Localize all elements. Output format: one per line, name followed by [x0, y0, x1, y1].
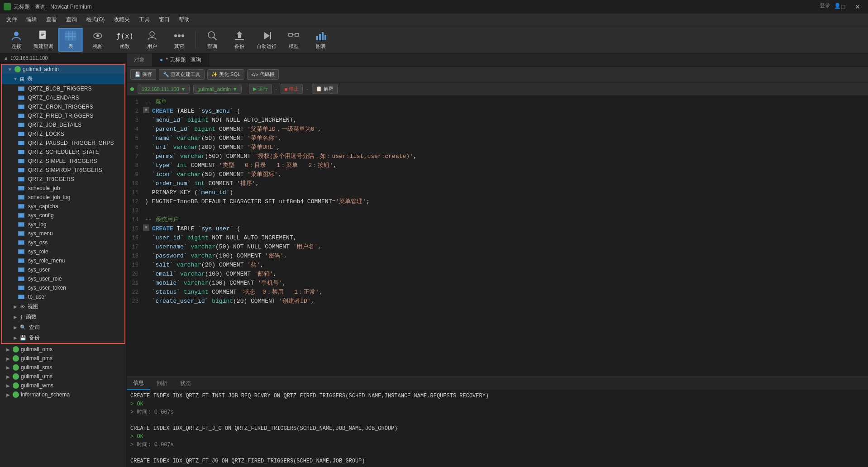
sidebar-item-tables[interactable]: ▼ ⊞ 表 [2, 74, 124, 84]
sidebar-table-tb-user[interactable]: tb_user [2, 292, 124, 301]
sidebar-item-queries[interactable]: ▶ 🔍 查询 [2, 322, 124, 333]
sidebar-db-gulimall-sms[interactable]: ▶ gulimall_sms [0, 363, 126, 372]
stop-button[interactable]: ■ 停止 [281, 84, 303, 94]
sidebar-table-sys-config[interactable]: sys_config [2, 211, 124, 220]
line-9: 9 `icon` varchar(50) COMMENT '菜单图标', [127, 170, 868, 179]
sidebar-table-qrtz-triggers[interactable]: QRTZ_TRIGGERS [2, 175, 124, 184]
save-button[interactable]: 💾 保存 [130, 69, 156, 80]
toolbar-other[interactable]: 其它 [167, 28, 192, 52]
line-23: 23 `create_user_id` bigint(20) COMMENT '… [127, 297, 868, 306]
menu-help[interactable]: 帮助 [174, 14, 194, 25]
sidebar-table-sys-oss[interactable]: sys_oss [2, 238, 124, 247]
menu-format[interactable]: 格式(O) [81, 14, 109, 25]
result-blank-2 [130, 449, 864, 457]
database-select[interactable]: gulimall_admin ▼ [193, 85, 241, 94]
menu-tools[interactable]: 工具 [134, 14, 154, 25]
sidebar-table-sys-log[interactable]: sys_log [2, 220, 124, 229]
sidebar-table-qrtz-cron[interactable]: QRTZ_CRON_TRIGGERS [2, 102, 124, 111]
sidebar-table-sys-user-role[interactable]: sys_user_role [2, 274, 124, 283]
sidebar-table-sys-menu[interactable]: sys_menu [2, 229, 124, 238]
sidebar-table-schedule-job-log[interactable]: schedule_job_log [2, 193, 124, 202]
toolbar-connect[interactable]: 连接 [4, 28, 29, 52]
sidebar-table-qrtz-fired[interactable]: QRTZ_FIRED_TRIGGERS [2, 111, 124, 120]
sidebar-table-schedule-job[interactable]: schedule_job [2, 184, 124, 193]
login-label[interactable]: 登录 [820, 2, 830, 10]
menu-query[interactable]: 查询 [62, 14, 81, 25]
editor-area: 1 -- 菜单 2 ■ CREATE TABLE `sys_menu` ( 3 … [127, 96, 868, 467]
tab-status[interactable]: 状态 [174, 377, 197, 390]
line-content-3: `menu_id` bigint NOT NULL AUTO_INCREMENT… [143, 116, 868, 125]
toolbar-function[interactable]: ƒ(x) 函数 [112, 28, 138, 52]
explain-button[interactable]: 📋 解释 [312, 84, 338, 94]
app-icon [4, 3, 11, 10]
table-row-icon [18, 150, 24, 154]
connection-select[interactable]: 192.168.111.100 ▼ [138, 85, 190, 94]
line-num-3: 3 [127, 116, 143, 125]
menu-favorites[interactable]: 收藏夹 [109, 14, 134, 25]
toolbar-view[interactable]: 视图 [85, 28, 110, 52]
menu-edit[interactable]: 编辑 [22, 14, 42, 25]
backup-label: 备份 [234, 43, 244, 50]
code-editor[interactable]: 1 -- 菜单 2 ■ CREATE TABLE `sys_menu` ( 3 … [127, 96, 868, 376]
line-content-22: `status` tinyint COMMENT '状态 0：禁用 1：正常', [143, 288, 868, 297]
close-button[interactable]: ✕ [851, 0, 864, 14]
table-row-icon [18, 177, 24, 181]
code-segment-button[interactable]: </> 代码段 [247, 69, 279, 80]
line-content-23: `create_user_id` bigint(20) COMMENT '创建者… [143, 297, 868, 306]
toolbar-backup[interactable]: 备份 [227, 28, 252, 52]
beautify-button[interactable]: ✨ 美化 SQL [207, 69, 244, 80]
sidebar-db-gulimall-wms[interactable]: ▶ gulimall_wms [0, 381, 126, 390]
sidebar-item-functions[interactable]: ▶ ƒ 函数 [2, 312, 124, 322]
toolbar-user[interactable]: 用户 [139, 28, 165, 52]
fold-icon-15[interactable]: ■ [143, 224, 149, 231]
sidebar-table-sys-role-menu[interactable]: sys_role_menu [2, 256, 124, 265]
line-21: 21 `mobile` varchar(100) COMMENT '手机号', [127, 279, 868, 288]
query-icon [206, 29, 219, 42]
line-6: 6 `url` varchar(200) COMMENT '菜单URL', [127, 143, 868, 152]
toolbar-new-query[interactable]: 新建查询 [31, 28, 56, 52]
toolbar-table[interactable]: 表 [58, 28, 83, 52]
toolbar-query[interactable]: 查询 [200, 28, 225, 52]
sidebar-item-gulimall-admin[interactable]: ▼ gulimall_admin [2, 65, 124, 74]
sidebar-table-qrtz-job[interactable]: QRTZ_JOB_DETAILS [2, 120, 124, 129]
sidebar-table-qrtz-scheduler[interactable]: QRTZ_SCHEDULER_STATE [2, 148, 124, 157]
user-icon [146, 29, 158, 42]
toolbar-chart[interactable]: 图表 [308, 28, 334, 52]
menu-window[interactable]: 窗口 [154, 14, 174, 25]
sidebar-table-qrtz-paused[interactable]: QRTZ_PAUSED_TRIGGER_GRPS [2, 138, 124, 148]
sidebar-table-qrtz-simple[interactable]: QRTZ_SIMPLE_TRIGGERS [2, 157, 124, 166]
menu-file[interactable]: 文件 [2, 14, 22, 25]
model-label: 模型 [289, 43, 299, 50]
tab-profile[interactable]: 剖析 [150, 377, 174, 390]
sidebar-item-backups[interactable]: ▶ 💾 备份 [2, 333, 124, 343]
chart-icon [315, 29, 327, 42]
line-11: 11 PRIMARY KEY (`menu_id`) [127, 188, 868, 197]
sidebar-table-qrtz-simprop[interactable]: QRTZ_SIMPROP_TRIGGERS [2, 166, 124, 175]
run-button[interactable]: ▶ 运行 [249, 84, 272, 94]
sidebar-db-gulimall-pms[interactable]: ▶ gulimall_pms [0, 354, 126, 363]
sidebar-table-sys-user-token[interactable]: sys_user_token [2, 283, 124, 292]
toolbar-model[interactable]: 模型 [281, 28, 306, 52]
tab-untitled-query[interactable]: ● * 无标题 - 查询 [153, 53, 209, 67]
query-build-button[interactable]: 🔧 查询创建工具 [159, 69, 205, 80]
sidebar-table-sys-user[interactable]: sys_user [2, 265, 124, 274]
arrow-ums-icon: ▶ [5, 374, 11, 379]
tab-info[interactable]: 信息 [127, 377, 150, 390]
sidebar-db-gulimall-ums[interactable]: ▶ gulimall_ums [0, 372, 126, 381]
sidebar-table-qrtz-locks[interactable]: QRTZ_LOCKS [2, 129, 124, 138]
sidebar-table-qrtz-blob[interactable]: QRTZ_BLOB_TRIGGERS [2, 84, 124, 93]
toolbar-autorun[interactable]: 自动运行 [254, 28, 279, 52]
line-num-14: 14 [127, 215, 143, 224]
line-num-19: 19 [127, 261, 143, 270]
sidebar-table-sys-captcha[interactable]: sys_captcha [2, 202, 124, 211]
tab-object[interactable]: 对象 [127, 53, 153, 67]
sidebar-table-sys-role[interactable]: sys_role [2, 247, 124, 256]
fold-icon-2[interactable]: ■ [143, 107, 149, 113]
line-content-19: `salt` varchar(20) COMMENT '盐', [143, 261, 868, 270]
sidebar-db-gulimall-oms[interactable]: ▶ gulimall_oms [0, 345, 126, 354]
sidebar-db-information-schema[interactable]: ▶ information_schema [0, 390, 126, 399]
table-row-icon [18, 168, 24, 172]
sidebar-item-views[interactable]: ▶ 👁 视图 [2, 301, 124, 312]
sidebar-table-qrtz-calendars[interactable]: QRTZ_CALENDARS [2, 93, 124, 102]
menu-view[interactable]: 查看 [42, 14, 62, 25]
